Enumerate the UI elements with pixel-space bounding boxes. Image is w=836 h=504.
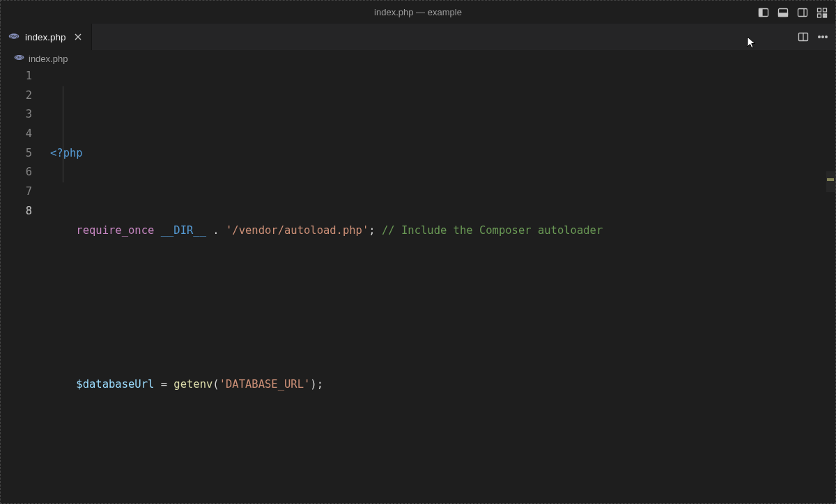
svg-point-18 xyxy=(819,36,821,38)
svg-rect-3 xyxy=(779,13,788,17)
close-tab-icon[interactable] xyxy=(72,31,84,43)
editor-actions xyxy=(794,24,832,50)
line-number: 5 xyxy=(0,144,32,164)
customize-layout-icon[interactable] xyxy=(813,3,831,22)
line-number: 7 xyxy=(0,182,32,202)
php-file-icon xyxy=(14,52,24,65)
code-line[interactable]: <?php xyxy=(50,144,836,164)
line-number: 2 xyxy=(0,86,32,106)
tab-index-php[interactable]: index.php xyxy=(0,24,92,50)
tab-bar: index.php xyxy=(0,24,836,50)
titlebar: index.php — example xyxy=(0,0,836,24)
overview-ruler-marker xyxy=(827,178,834,181)
breadcrumb[interactable]: index.php xyxy=(0,50,836,67)
svg-rect-7 xyxy=(823,8,827,12)
svg-rect-6 xyxy=(818,8,821,12)
line-number: 8 xyxy=(0,202,32,221)
more-actions-icon[interactable] xyxy=(814,28,832,46)
breadcrumb-label: index.php xyxy=(29,54,68,64)
php-file-icon xyxy=(8,31,20,44)
line-number-gutter: 1 2 3 4 5 6 7 8 xyxy=(0,67,50,504)
code-line[interactable] xyxy=(50,452,836,472)
layout-controls xyxy=(754,3,831,22)
title-file: index.php xyxy=(374,7,413,17)
indent-guide xyxy=(63,86,63,183)
code-content[interactable]: <?php require_once __DIR__ . '/vendor/au… xyxy=(50,67,836,504)
code-editor[interactable]: 1 2 3 4 5 6 7 8 <?php require_once __DIR… xyxy=(0,67,836,504)
svg-point-19 xyxy=(822,36,824,38)
line-number: 4 xyxy=(0,125,32,144)
code-line[interactable]: $databaseUrl = getenv('DATABASE_URL'); xyxy=(50,375,836,395)
window-title: index.php — example xyxy=(374,7,462,17)
svg-rect-10 xyxy=(826,14,827,15)
svg-rect-12 xyxy=(826,16,827,17)
code-line[interactable] xyxy=(50,298,836,317)
svg-rect-11 xyxy=(823,16,825,17)
tab-label: index.php xyxy=(25,32,66,42)
line-number: 1 xyxy=(0,67,32,86)
svg-rect-1 xyxy=(759,8,763,16)
title-project: example xyxy=(428,7,462,17)
scrollbar-thumb[interactable] xyxy=(826,171,836,192)
toggle-panel-icon[interactable] xyxy=(774,3,792,22)
svg-rect-8 xyxy=(818,14,821,17)
svg-point-20 xyxy=(826,36,828,38)
scrollbar[interactable] xyxy=(823,67,836,504)
svg-rect-9 xyxy=(823,14,825,15)
toggle-secondary-sidebar-icon[interactable] xyxy=(794,3,812,22)
title-sep: — xyxy=(414,7,428,17)
svg-rect-4 xyxy=(798,8,807,16)
code-line[interactable]: require_once __DIR__ . '/vendor/autoload… xyxy=(50,221,836,241)
split-editor-icon[interactable] xyxy=(794,28,812,46)
toggle-primary-sidebar-icon[interactable] xyxy=(754,3,773,22)
line-number: 3 xyxy=(0,105,32,125)
line-number: 6 xyxy=(0,163,32,182)
